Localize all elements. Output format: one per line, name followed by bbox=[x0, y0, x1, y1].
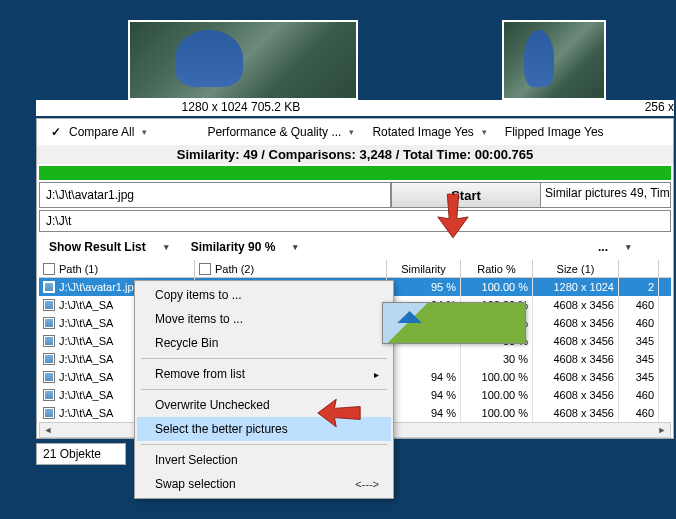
separator bbox=[141, 389, 387, 390]
main-toolbar: Compare All Performance & Quality ... Ro… bbox=[37, 119, 673, 145]
ctx-recycle-bin[interactable]: Recycle Bin bbox=[137, 331, 391, 355]
thumbnail-1[interactable] bbox=[128, 20, 358, 100]
thumb-caption-1: 1280 x 1024 705.2 KB bbox=[128, 100, 354, 114]
image-icon bbox=[43, 371, 55, 383]
chevron-right-icon: ▸ bbox=[374, 369, 379, 380]
image-icon bbox=[43, 335, 55, 347]
progress-bar bbox=[39, 166, 671, 180]
show-result-list-dropdown[interactable]: Show Result List bbox=[43, 238, 175, 256]
scroll-left-icon[interactable]: ◄ bbox=[40, 423, 56, 437]
thumbnail-tooltip bbox=[382, 302, 526, 344]
image-icon bbox=[43, 389, 55, 401]
ctx-swap-selection[interactable]: Swap selection<---> bbox=[137, 472, 391, 496]
image-icon bbox=[43, 281, 55, 293]
context-menu: Copy items to ... Move items to ... Recy… bbox=[134, 280, 394, 499]
more-filter-dropdown[interactable]: ... bbox=[592, 238, 637, 256]
image-icon bbox=[43, 407, 55, 419]
checkbox-icon[interactable] bbox=[199, 263, 211, 275]
scroll-right-icon[interactable]: ► bbox=[654, 423, 670, 437]
directory-input[interactable] bbox=[39, 210, 671, 232]
col-path2[interactable]: Path (2) bbox=[195, 260, 387, 277]
image-path-input[interactable] bbox=[39, 182, 391, 208]
thumbnail-strip bbox=[0, 0, 676, 100]
rotated-image-dropdown[interactable]: Rotated Image Yes bbox=[364, 123, 494, 141]
similarity-filter-dropdown[interactable]: Similarity 90 % bbox=[185, 238, 305, 256]
performance-quality-dropdown[interactable]: Performance & Quality ... bbox=[199, 123, 362, 141]
grid-header: Path (1) Path (2) Similarity Ratio % Siz… bbox=[39, 260, 671, 278]
compare-all-dropdown[interactable]: Compare All bbox=[43, 123, 155, 141]
col-size1[interactable]: Size (1) bbox=[533, 260, 619, 277]
image-icon bbox=[43, 299, 55, 311]
image-icon bbox=[43, 317, 55, 329]
filter-toolbar: Show Result List Similarity 90 % ... bbox=[37, 234, 673, 260]
object-count: 21 Objekte bbox=[36, 443, 126, 465]
ctx-move-items[interactable]: Move items to ... bbox=[137, 307, 391, 331]
ctx-copy-items[interactable]: Copy items to ... bbox=[137, 283, 391, 307]
separator bbox=[141, 358, 387, 359]
thumb-caption-2: 256 x bbox=[554, 100, 674, 114]
image-icon bbox=[43, 353, 55, 365]
ctx-invert-selection[interactable]: Invert Selection bbox=[137, 448, 391, 472]
col-similarity[interactable]: Similarity bbox=[387, 260, 461, 277]
flipped-image-dropdown[interactable]: Flipped Image Yes bbox=[497, 123, 612, 141]
status-bar: Similarity: 49 / Comparisons: 3,248 / To… bbox=[37, 145, 673, 164]
ctx-remove-from-list[interactable]: Remove from list▸ bbox=[137, 362, 391, 386]
result-summary: Similar pictures 49, Tim bbox=[541, 182, 671, 208]
thumbnail-2[interactable] bbox=[502, 20, 606, 100]
checkbox-icon[interactable] bbox=[43, 263, 55, 275]
separator bbox=[141, 444, 387, 445]
col-size2[interactable] bbox=[619, 260, 659, 277]
col-path1[interactable]: Path (1) bbox=[39, 260, 195, 277]
col-ratio[interactable]: Ratio % bbox=[461, 260, 533, 277]
